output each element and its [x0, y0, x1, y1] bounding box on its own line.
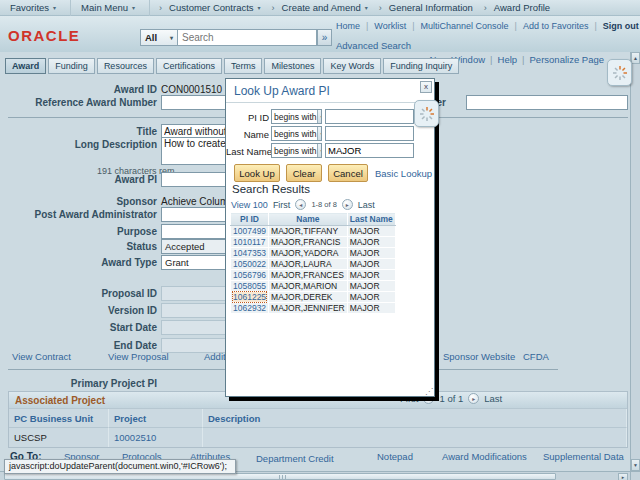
link-separator: |	[509, 21, 523, 31]
view-100-link[interactable]: View 100	[231, 200, 268, 210]
scroll-right-icon[interactable]: ▸	[618, 473, 628, 480]
goto-supplemental-data-link[interactable]: Supplemental Data	[543, 451, 624, 462]
associated-project-title: Associated Project	[15, 395, 105, 406]
view-proposal-link[interactable]: View Proposal	[108, 351, 169, 362]
result-row: 1056796 MAJOR,FRANCES MAJOR	[231, 270, 396, 281]
tab-resources[interactable]: Resources	[97, 58, 154, 74]
search-go-button[interactable]: »	[317, 29, 332, 46]
column-header-project: Project	[109, 409, 203, 428]
horizontal-scrollbar-thumb[interactable]	[4, 473, 556, 480]
result-row-focused: 1061225 MAJOR,DEREK MAJOR	[231, 292, 396, 303]
tab-milestones[interactable]: Milestones	[264, 58, 321, 74]
page-tabs: Award Funding Resources Certifications T…	[5, 58, 459, 74]
next-page-icon[interactable]: ▸	[468, 393, 479, 404]
name-cell: MAJOR,DEREK	[269, 292, 348, 303]
scroll-down-icon[interactable]: ▼	[631, 459, 640, 471]
column-header-pc-business-unit: PC Business Unit	[9, 409, 109, 428]
cell-project-link[interactable]: 10002510	[109, 428, 203, 447]
last-name-operator-select[interactable]: begins with ▼	[271, 143, 322, 158]
pi-id-link[interactable]: 1058055	[233, 281, 266, 291]
home-link[interactable]: Home	[336, 21, 360, 31]
look-up-button[interactable]: Look Up	[234, 164, 280, 182]
search-scope-value: All	[145, 32, 157, 43]
tab-funding[interactable]: Funding	[48, 58, 95, 74]
select-arrow-icon: ▼	[317, 127, 322, 140]
advanced-search-link[interactable]: Advanced Search	[336, 40, 411, 51]
breadcrumb-label: General Information	[389, 2, 473, 13]
pagination-last[interactable]: Last	[484, 393, 502, 404]
name-cell: MAJOR,FRANCES	[269, 270, 348, 281]
scrollbar-corner	[630, 471, 640, 480]
name-cell: MAJOR,YADORA	[269, 248, 348, 259]
pi-id-field[interactable]	[325, 109, 414, 124]
worklist-link[interactable]: Worklist	[374, 21, 406, 31]
sign-out-link[interactable]: Sign out	[603, 21, 639, 31]
name-operator-select[interactable]: begins with ▼	[271, 126, 322, 141]
operator-value: begins with	[274, 146, 317, 156]
tab-terms[interactable]: Terms	[224, 58, 263, 74]
chevron-down-icon: ▾	[53, 4, 56, 11]
next-page-icon[interactable]: ▸	[342, 199, 353, 210]
goto-notepad-link[interactable]: Notepad	[377, 451, 413, 462]
breadcrumb-item-create-and-amend[interactable]: Create and Amend ▾	[278, 0, 376, 16]
name-field[interactable]	[325, 126, 414, 141]
goto-award-modifications-link[interactable]: Award Modifications	[442, 451, 527, 462]
help-link[interactable]: Help	[498, 54, 518, 65]
personalize-page-link[interactable]: Personalize Page	[530, 54, 604, 65]
multichannel-console-link[interactable]: MultiChannel Console	[421, 21, 509, 31]
tab-certifications[interactable]: Certifications	[156, 58, 222, 74]
last-name-cell: MAJOR	[347, 292, 395, 303]
associated-project-grid: PC Business Unit Project Description USC…	[9, 409, 627, 447]
link-separator: |	[485, 54, 497, 65]
close-icon[interactable]: x	[420, 81, 432, 93]
cancel-button[interactable]: Cancel	[328, 164, 368, 182]
pi-id-link[interactable]: 1047353	[233, 248, 266, 258]
basic-lookup-link[interactable]: Basic Lookup	[375, 168, 432, 179]
cell-pc-business-unit: USCSP	[9, 428, 109, 447]
select-arrow-icon: ▼	[317, 110, 322, 123]
pi-id-link-focused[interactable]: 1061225	[233, 292, 266, 302]
search-scope-select[interactable]: All ▾	[140, 29, 178, 46]
award-type-value: Grant	[165, 257, 189, 268]
pi-id-operator-select[interactable]: begins with ▼	[271, 109, 322, 124]
resize-grip-icon[interactable]: ⋰	[425, 387, 433, 396]
pagination-last[interactable]: Last	[358, 200, 375, 210]
pi-id-label: PI ID	[226, 112, 269, 123]
dialog-header-divider	[226, 102, 436, 103]
pi-id-link[interactable]: 1056796	[233, 270, 266, 280]
chevron-down-icon: ▾	[365, 4, 368, 11]
pagination-first[interactable]: First	[273, 200, 291, 210]
pi-id-link[interactable]: 1010117	[233, 237, 265, 247]
post-award-administrator-label: Post Award Administrator	[0, 209, 157, 220]
name-label: Name	[226, 129, 269, 140]
scroll-up-icon[interactable]: ▲	[631, 52, 640, 64]
tab-key-words[interactable]: Key Words	[323, 58, 381, 74]
primary-project-pi-label: Primary Project PI	[0, 378, 157, 389]
chevron-down-icon: ▾	[170, 34, 173, 41]
select-arrow-icon: ▼	[317, 144, 322, 157]
name-cell: MAJOR,LAURA	[269, 259, 348, 270]
breadcrumb-label: Award Profile	[494, 2, 550, 13]
view-contract-link[interactable]: View Contract	[12, 351, 71, 362]
breadcrumb-item-customer-contracts[interactable]: Customer Contracts ▾	[165, 0, 269, 16]
clear-button[interactable]: Clear	[286, 164, 322, 182]
add-to-favorites-link[interactable]: Add to Favorites	[523, 21, 589, 31]
previous-page-icon[interactable]: ◂	[295, 199, 306, 210]
sponsor-website-link[interactable]: Sponsor Website	[443, 351, 515, 362]
last-name-field[interactable]	[325, 143, 414, 158]
tab-award[interactable]: Award	[5, 58, 46, 74]
pi-id-link[interactable]: 1062932	[233, 303, 266, 313]
goto-department-credit-link[interactable]: Department Credit	[256, 453, 334, 464]
pi-id-link[interactable]: 1007499	[233, 226, 266, 236]
pi-id-link[interactable]: 1050022	[233, 259, 266, 269]
search-input[interactable]	[177, 29, 317, 46]
long-description-label: Long Description	[0, 139, 157, 150]
breadcrumb-item-general-information[interactable]: General Information	[385, 0, 481, 16]
breadcrumb-item-favorites[interactable]: Favorites ▾	[6, 0, 71, 16]
breadcrumb-item-main-menu[interactable]: Main Menu ▾	[77, 0, 150, 16]
tab-funding-inquiry[interactable]: Funding Inquiry	[383, 58, 459, 74]
cfda-link[interactable]: CFDA	[523, 351, 549, 362]
search-results-table: PI ID Name Last Name 1007499 MAJOR,TIFFA…	[230, 212, 396, 314]
partial-number-field[interactable]	[466, 95, 628, 110]
vertical-scrollbar[interactable]: ▲ ▼	[630, 52, 640, 471]
